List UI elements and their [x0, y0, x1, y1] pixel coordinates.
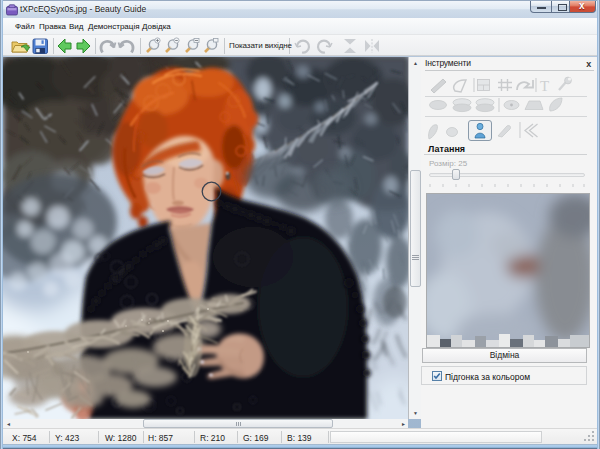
svg-text:T: T [540, 78, 549, 94]
